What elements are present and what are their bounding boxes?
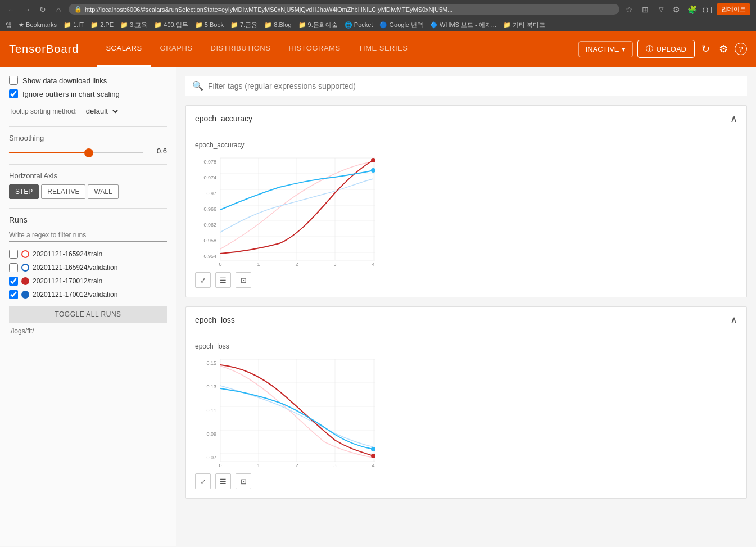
bookmark-3edu[interactable]: 📁 3.교육 [120,21,147,29]
toggle-all-button[interactable]: TOGGLE ALL RUNS [9,306,167,323]
tooltip-sort-select[interactable]: default [82,105,120,117]
smoothing-slider[interactable] [9,152,143,153]
runs-filter-input[interactable] [9,229,167,242]
nav-histograms[interactable]: HISTOGRAMS [279,31,349,67]
update-button[interactable]: 업데이트 [717,3,750,15]
run-dot-1 [21,264,29,272]
nav-graphs[interactable]: GRAPHS [151,31,202,67]
reload-button[interactable]: ↻ [37,4,48,15]
run-item-1[interactable]: 20201121-165924/validation [9,261,167,274]
home-button[interactable]: ⌂ [53,4,64,15]
run-checkbox-0[interactable] [9,250,18,259]
accuracy-fit-button[interactable]: ⊡ [236,272,251,288]
nav-distributions[interactable]: DISTRIBUTIONS [202,31,280,67]
divider-1 [9,126,167,127]
show-data-links-checkbox[interactable] [9,76,18,85]
svg-text:1: 1 [257,261,260,266]
inactive-label: INACTIVE [586,45,619,53]
loss-val-dot [371,447,375,451]
epoch-accuracy-section: epoch_accuracy ∧ epoch_accuracy 0.978 [185,105,747,297]
settings-gear-icon[interactable]: ⚙ [717,40,730,57]
run-checkbox-3[interactable] [9,290,18,299]
accuracy-val-dot [371,168,375,173]
bookmark-whms[interactable]: 🔷 WHMS 보드 - 에자... [430,21,496,29]
search-icon: 🔍 [192,80,203,91]
svg-text:0.978: 0.978 [203,159,216,165]
tooltip-row: Tooltip sorting method: default [9,105,167,117]
run-item-0[interactable]: 20201121-165924/train [9,247,167,261]
epoch-accuracy-body: epoch_accuracy 0.978 0.974 0.97 0 [186,132,746,297]
bookmark-pocket[interactable]: 🌐 Pocket [345,21,373,29]
run-name-1: 20201121-165924/validation [33,264,117,272]
tb-nav: SCALARS GRAPHS DISTRIBUTIONS HISTOGRAMS … [97,31,578,67]
svg-text:4: 4 [372,463,374,467]
inactive-button[interactable]: INACTIVE ▾ [578,41,633,57]
axis-relative-button[interactable]: RELATIVE [41,184,85,199]
ignore-outliers-label[interactable]: Ignore outliers in chart scaling [22,90,120,98]
nav-scalars[interactable]: SCALARS [97,31,151,67]
axis-wall-button[interactable]: WALL [88,184,118,199]
accuracy-expand-button[interactable]: ⤢ [195,272,211,288]
extensions-icon[interactable]: 🧩 [687,4,698,15]
url-text: http://localhost:6006/#scalars&runSelect… [85,6,452,13]
extension-icon[interactable]: ⊞ [640,4,651,15]
svg-text:3: 3 [333,463,336,467]
settings-icon[interactable]: ⚙ [671,4,682,15]
logs-path: ./logs/fit/ [9,327,167,335]
bookmark-bookmarks[interactable]: ★ Bookmarks [19,21,57,29]
loss-train-dot [371,454,375,458]
accuracy-data-table-button[interactable]: ☰ [215,272,231,288]
refresh-icon[interactable]: ↻ [699,40,712,57]
run-item-3[interactable]: 20201121-170012/validation [9,288,167,301]
svg-text:0.954: 0.954 [203,254,216,259]
horiz-axis-label: Horizontal Axis [9,171,167,180]
smoothing-section: Smoothing 0.6 [9,134,167,155]
loss-expand-button[interactable]: ⤢ [195,473,211,489]
dropdown-arrow: ▾ [622,45,626,53]
url-bar[interactable]: 🔒 http://localhost:6006/#scalars&runSele… [69,4,619,15]
browser-toolbar: ← → ↻ ⌂ 🔒 http://localhost:6006/#scalars… [0,0,756,19]
sidebar: Show data download links Ignore outliers… [0,67,176,546]
search-input[interactable] [208,82,740,91]
nav-time-series[interactable]: TIME SERIES [350,31,417,67]
upload-label: UPLOAD [657,45,686,53]
star-icon[interactable]: ☆ [624,4,635,15]
axis-buttons: STEP RELATIVE WALL [9,184,167,199]
forward-button[interactable]: → [21,4,33,15]
search-bar: 🔍 [185,76,747,96]
bookmark-7finance[interactable]: 📁 7.금융 [230,21,257,29]
run-checkbox-2[interactable] [9,277,18,286]
display-options: Show data download links Ignore outliers… [9,76,167,117]
loss-fit-button[interactable]: ⊡ [236,473,251,489]
svg-text:0.15: 0.15 [206,360,216,366]
ignore-outliers-checkbox[interactable] [9,89,18,98]
bookmark-1it[interactable]: 📁 1.IT [64,21,84,29]
svg-text:2: 2 [295,261,298,266]
bookmark-translate[interactable]: 🔵 Google 번역 [379,21,423,29]
bookmark-8blog[interactable]: 📁 8.Blog [264,21,291,29]
bookmark-9culture[interactable]: 📁 9.문화예술 [298,21,338,29]
back-button[interactable]: ← [6,4,17,15]
axis-step-button[interactable]: STEP [9,184,39,199]
accuracy-chart-controls: ⤢ ☰ ⊡ [195,272,737,288]
show-data-links-label[interactable]: Show data download links [22,76,107,85]
loss-data-table-button[interactable]: ☰ [215,473,231,489]
upload-button[interactable]: ⓘ UPLOAD [637,40,695,58]
smoothing-label: Smoothing [9,134,167,142]
bookmark-other[interactable]: 📁 기타 북마크 [503,21,545,29]
collapse-loss-icon[interactable]: ∧ [730,314,737,326]
svg-text:0.966: 0.966 [203,206,216,212]
epoch-accuracy-chart: 0.978 0.974 0.97 0.966 0.962 0.958 0.954 [195,153,737,268]
bookmark-apps[interactable]: 앱 [6,21,12,29]
epoch-loss-header: epoch_loss ∧ [186,307,746,333]
bookmark-2pe[interactable]: 📁 2.PE [90,21,114,29]
run-item-2[interactable]: 20201121-170012/train [9,274,167,288]
collapse-accuracy-icon[interactable]: ∧ [730,112,737,125]
loss-svg: 0.15 0.13 0.11 0.09 0.07 [195,355,381,467]
bookmark-5book[interactable]: 📁 5.Book [195,21,224,29]
bookmark-400work[interactable]: 📁 400.업무 [154,21,188,29]
help-icon[interactable]: ? [735,43,747,55]
run-checkbox-1[interactable] [9,263,18,272]
smoothing-slider-container [9,147,143,155]
profile-icon[interactable]: ▽ [655,4,667,15]
